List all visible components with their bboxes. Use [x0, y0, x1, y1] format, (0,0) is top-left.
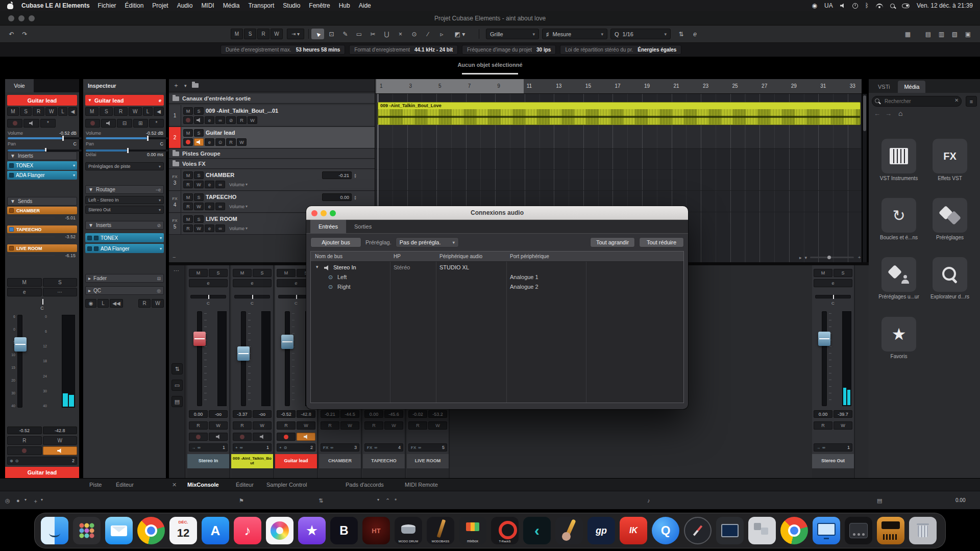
record-arm-button-active[interactable]	[183, 138, 193, 146]
dock-icon[interactable]	[780, 517, 808, 544]
insert-slot-ada-flanger[interactable]: ADA Flanger▾	[7, 171, 77, 180]
pan-notch[interactable]	[42, 299, 43, 305]
constrain-compensation-icon[interactable]: ◎	[5, 497, 10, 504]
dock-icon[interactable]	[105, 517, 133, 544]
pan-control[interactable]	[815, 295, 851, 298]
edit-channel-icon[interactable]: e	[159, 98, 161, 103]
read-button[interactable]: R	[114, 107, 127, 116]
nav-back-icon[interactable]: ←	[874, 110, 880, 117]
send-level[interactable]: -5.01	[7, 214, 77, 221]
zone-left-toggle[interactable]: ▤	[922, 29, 935, 39]
output-routing[interactable]: ⊕⊙2	[7, 457, 77, 465]
add-bus-button[interactable]: Ajouter bus	[310, 237, 361, 247]
preset-dropdown[interactable]: Pas de prérégla.▾	[396, 237, 459, 247]
section-edit-icon[interactable]: −e	[156, 187, 161, 192]
selected-track-lane[interactable]	[378, 126, 861, 148]
fader-handle[interactable]	[237, 346, 250, 361]
zoom-controls[interactable]: ▸▾＋	[799, 254, 862, 261]
track-name[interactable]: LIVE ROOM	[206, 216, 237, 222]
insert-slot-tonex[interactable]: TONEX▾	[7, 161, 77, 170]
channel-name[interactable]: CHAMBER	[319, 454, 361, 468]
audio-event-clip[interactable]: 009 -Aint_Talkin_Bout_Love	[378, 102, 861, 125]
routing-indicator[interactable]: FX∞3	[321, 443, 359, 452]
tab-voie[interactable]: Voie	[5, 79, 34, 92]
record-arm-button[interactable]	[7, 446, 42, 455]
record-mode-caret[interactable]: ▾	[24, 497, 27, 502]
fader-section-header[interactable]: ▸Fader⊟	[85, 274, 164, 283]
channel-name-footer[interactable]: Guitar lead	[5, 467, 79, 478]
keyboard-icon[interactable]: ▤	[172, 396, 183, 407]
mute-button[interactable]: M	[183, 107, 193, 115]
draw-tool[interactable]: ✎	[339, 29, 352, 39]
panel-divider-grip[interactable]	[462, 73, 518, 74]
grid-type-dropdown[interactable]: Grille▾	[486, 29, 539, 39]
dock-icon[interactable]	[877, 517, 904, 544]
line-tool[interactable]: ∕	[422, 29, 434, 39]
send-slot[interactable]: CHAMBER -5.01	[7, 207, 77, 221]
time-format-button[interactable]: ⊞	[133, 119, 148, 128]
track-presets-dropdown[interactable]: Préréglages de piste▾	[85, 162, 164, 170]
knob-icon-button[interactable]: ◉	[85, 299, 96, 308]
dock-icon[interactable]: MODO DRUM	[395, 517, 422, 544]
app-menu-title[interactable]: Cubase LE AI Elements	[21, 2, 90, 9]
solo-button[interactable]: S	[194, 193, 204, 201]
mute-button[interactable]: M	[7, 107, 19, 116]
monitor-button[interactable]	[209, 433, 228, 441]
tab-media[interactable]: Média	[898, 81, 925, 93]
monitor-button[interactable]	[101, 119, 116, 128]
track-row-audio-1[interactable]: 1 MS 009 -Aint_Talkin_Bout_...01 e ∞ ⊘ R…	[169, 105, 375, 127]
tab-pads-accords[interactable]: Pads d'accords	[346, 482, 384, 488]
read-button[interactable]: R	[237, 116, 247, 124]
solo-button[interactable]: S	[194, 215, 204, 223]
edit-channel-button[interactable]: e	[205, 224, 214, 232]
freeze-button[interactable]: *	[149, 119, 164, 128]
write-button[interactable]: W	[237, 138, 247, 146]
fx-tracks-folder-row[interactable]: Voies FX	[169, 159, 375, 169]
quantize-value-dropdown[interactable]: Q1/16▾	[610, 29, 671, 39]
dock-icon[interactable]: B	[330, 517, 358, 544]
solo-button[interactable]: S	[20, 107, 32, 116]
record-arm-button-active[interactable]	[277, 433, 296, 441]
fader-track[interactable]	[17, 315, 22, 408]
volume-slider[interactable]	[8, 137, 82, 139]
mute-all-button[interactable]: M	[231, 29, 243, 39]
mixer-menu-icon[interactable]: ⋯	[174, 267, 179, 274]
channel-name[interactable]: Stereo In	[187, 454, 229, 468]
setup-toolbar-button[interactable]: ▦	[901, 29, 914, 39]
add-track-button[interactable]: ＋	[173, 81, 179, 90]
menu-item[interactable]: Fenêtre	[309, 2, 330, 9]
fader-handle[interactable]	[281, 335, 293, 349]
monitor-button-active[interactable]	[43, 446, 78, 455]
routing-indicator[interactable]: +⊙2	[277, 443, 315, 452]
collapse-all-button[interactable]: Tout réduire	[639, 237, 684, 247]
dock-icon[interactable]: Q	[652, 517, 679, 544]
dock-icon[interactable]	[813, 517, 840, 544]
mute-button[interactable]: M	[189, 269, 208, 277]
channel-row-right[interactable]: ⊙ Right Analogue 2	[311, 282, 683, 292]
insert-mode-icon[interactable]: ＋	[33, 497, 38, 505]
dock-icon[interactable]	[909, 517, 937, 544]
tile-user-presets[interactable]	[881, 257, 916, 292]
menu-item[interactable]: Audio	[177, 2, 193, 9]
lane-display-button[interactable]: ⊟	[117, 119, 132, 128]
record-arm-button[interactable]	[233, 433, 252, 441]
write-button[interactable]: W	[194, 181, 204, 188]
fx-level-value[interactable]: -0.21	[322, 171, 352, 179]
channel-name[interactable]: Stereo Out	[812, 454, 854, 468]
strip-solo-button[interactable]: S	[43, 278, 78, 287]
wifi-icon[interactable]	[876, 4, 883, 8]
close-tab-icon[interactable]: ✕	[172, 482, 177, 488]
apple-menu-icon[interactable]	[7, 2, 13, 9]
caret-up-icon[interactable]: ⌃	[385, 497, 390, 504]
menu-item[interactable]: Édition	[125, 2, 144, 9]
edit-channel-button[interactable]: e	[205, 116, 214, 124]
bypass-box-icon[interactable]	[87, 246, 92, 251]
zoom-tool[interactable]: ⊙	[408, 29, 421, 39]
read-button[interactable]: R	[189, 421, 208, 430]
sends-section-header[interactable]: ▼Sends	[7, 197, 77, 206]
dock-icon[interactable]	[41, 517, 68, 544]
read-all-button[interactable]: R	[257, 29, 270, 39]
quantize-mode-dropdown[interactable]: ♯Mesure▾	[542, 29, 607, 39]
write-automation-button[interactable]: W	[43, 436, 78, 445]
send-slot[interactable]: LIVE ROOM -6.15	[7, 244, 77, 259]
